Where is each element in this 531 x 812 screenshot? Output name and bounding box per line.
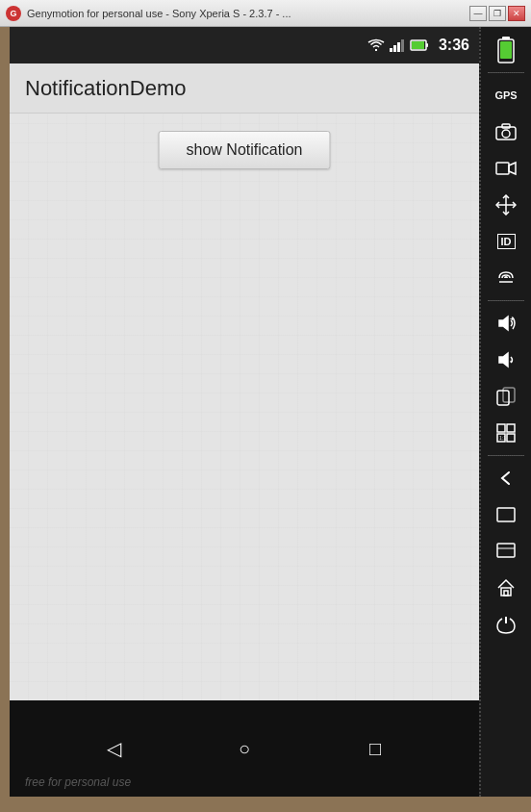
- svg-rect-3: [401, 39, 404, 52]
- app-title: NotificationDemo: [25, 76, 187, 101]
- battery-icon: [410, 38, 429, 52]
- svg-rect-24: [497, 544, 515, 557]
- svg-rect-2: [397, 42, 400, 52]
- svg-rect-13: [496, 163, 509, 174]
- nfc-sidebar-icon[interactable]: [485, 261, 527, 295]
- back-nav-button[interactable]: ◁: [92, 727, 135, 770]
- signal-icon: [390, 38, 405, 52]
- svg-rect-26: [501, 588, 511, 596]
- video-sidebar-icon[interactable]: [485, 151, 527, 186]
- gps-sidebar-icon[interactable]: GPS: [485, 78, 527, 113]
- title-bar-left: G Genymotion for personal use - Sony Xpe…: [6, 6, 291, 21]
- svg-rect-0: [390, 48, 392, 52]
- phone-screen: 3:36 NotificationDemo show Notification …: [10, 27, 479, 797]
- id-sidebar-icon[interactable]: ID: [485, 224, 527, 259]
- svg-rect-1: [393, 45, 396, 52]
- restore-button[interactable]: ❐: [489, 6, 506, 21]
- menu-sidebar-icon[interactable]: [485, 534, 527, 569]
- show-notification-button[interactable]: show Notification: [159, 131, 331, 169]
- sidebar-divider-nav: [488, 455, 524, 456]
- sidebar-divider-top: [488, 72, 524, 73]
- title-bar-buttons: — ❐ ✕: [469, 6, 525, 21]
- svg-rect-9: [500, 41, 512, 59]
- watermark: free for personal use: [25, 775, 131, 789]
- recent-sidebar-icon[interactable]: [485, 497, 527, 532]
- wifi-icon: [367, 38, 385, 52]
- minimize-button[interactable]: —: [469, 6, 487, 21]
- svg-rect-6: [412, 41, 424, 49]
- svg-text:1:1: 1:1: [499, 435, 506, 441]
- close-button[interactable]: ✕: [508, 6, 525, 21]
- svg-rect-19: [507, 424, 515, 432]
- app-content: NotificationDemo show Notification: [10, 63, 479, 700]
- app-title-bar: NotificationDemo: [10, 63, 479, 114]
- move-sidebar-icon[interactable]: [485, 188, 527, 222]
- svg-point-11: [502, 130, 510, 138]
- battery-sidebar-icon: [485, 33, 527, 67]
- svg-rect-5: [426, 43, 428, 47]
- rotate-sidebar-icon[interactable]: [485, 379, 527, 414]
- camera-sidebar-icon[interactable]: [485, 114, 527, 149]
- status-icons: [367, 38, 429, 52]
- volume-up-sidebar-icon[interactable]: +: [485, 306, 527, 341]
- time-display: 3:36: [439, 37, 469, 54]
- sidebar-divider-mid: [488, 300, 524, 301]
- svg-rect-12: [502, 124, 510, 128]
- svg-rect-18: [497, 424, 505, 432]
- title-bar-text: Genymotion for personal use - Sony Xperi…: [27, 8, 291, 19]
- back-sidebar-icon[interactable]: [485, 461, 527, 495]
- app-icon: G: [6, 6, 21, 21]
- scale-sidebar-icon[interactable]: 1:1: [485, 416, 527, 450]
- power-sidebar-icon[interactable]: [485, 607, 527, 642]
- recent-nav-button[interactable]: □: [354, 727, 396, 770]
- status-bar: 3:36: [10, 27, 479, 63]
- app-body: show Notification: [10, 114, 479, 700]
- svg-text:-: -: [510, 355, 513, 366]
- home-sidebar-icon[interactable]: [485, 571, 527, 605]
- volume-down-sidebar-icon[interactable]: -: [485, 343, 527, 377]
- svg-rect-21: [507, 434, 515, 442]
- svg-rect-23: [497, 508, 515, 521]
- right-sidebar: GPS ID: [479, 27, 531, 797]
- svg-rect-27: [504, 591, 508, 596]
- title-bar: G Genymotion for personal use - Sony Xpe…: [0, 0, 531, 27]
- svg-text:+: +: [510, 315, 515, 323]
- home-nav-button[interactable]: ○: [223, 727, 266, 770]
